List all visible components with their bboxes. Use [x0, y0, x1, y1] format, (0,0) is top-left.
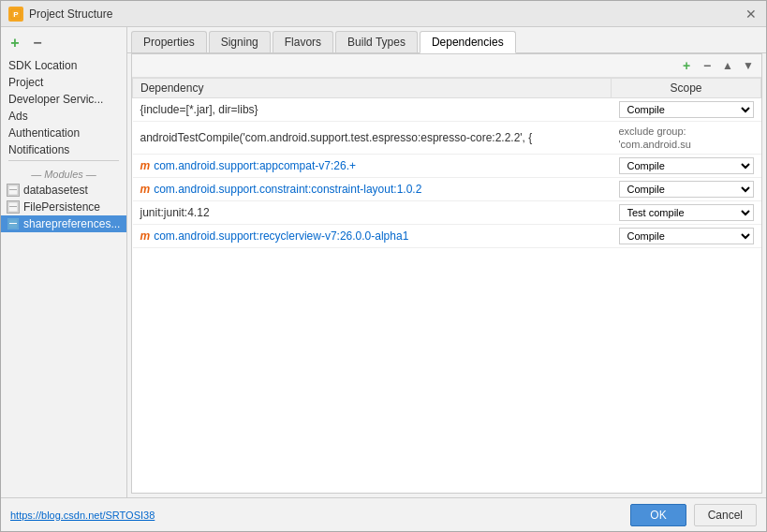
dep-text-row3: com.android.support:appcompat-v7:26.+: [154, 159, 356, 172]
sidebar-toolbar: + −: [1, 33, 126, 57]
table-row: m com.android.support.constraint:constra…: [133, 178, 761, 201]
sidebar: + − SDK Location Project Developer Servi…: [1, 27, 127, 497]
sidebar-item-ads[interactable]: Ads: [1, 108, 126, 125]
modules-section-label: — Modules —: [1, 163, 126, 182]
dep-scope-cell-row2: exclude group: 'com.android.su: [612, 122, 761, 155]
bottom-bar: https://blog.csdn.net/SRTOSI38 OK Cancel: [1, 497, 766, 531]
table-row: {include=[*.jar], dir=libs} Compile Test…: [133, 98, 761, 122]
sidebar-item-sdk-location[interactable]: SDK Location: [1, 57, 126, 74]
svg-rect-7: [9, 223, 17, 224]
tab-signing[interactable]: Signing: [209, 31, 271, 52]
scope-cell-row3: Compile Test compile Provided: [619, 157, 754, 174]
dep-scope-cell-row3: Compile Test compile Provided: [612, 155, 761, 178]
dep-text-row6: com.android.support:recyclerview-v7:26.0…: [154, 229, 408, 243]
module-label-sharepreferences: sharepreferences...: [23, 217, 120, 230]
tabs-bar: Properties Signing Flavors Build Types D…: [127, 27, 766, 53]
window-icon: P: [8, 7, 23, 22]
ok-button[interactable]: OK: [630, 504, 686, 526]
dep-name-cell-row2: androidTestCompile('com.android.support.…: [133, 122, 612, 155]
dep-scope-cell-row4: Compile Test compile Provided: [612, 178, 761, 201]
dep-name-cell-row3: m com.android.support:appcompat-v7:26.+: [133, 155, 612, 178]
main-panel: Properties Signing Flavors Build Types D…: [127, 27, 766, 497]
svg-text:P: P: [13, 10, 19, 19]
tab-dependencies[interactable]: Dependencies: [420, 31, 516, 53]
table-row: androidTestCompile('com.android.support.…: [133, 122, 761, 155]
module-m-icon-row6: m: [140, 229, 151, 243]
dependencies-panel: + − ▲ ▼ Dependency Scope: [131, 53, 762, 494]
dependencies-table-container: Dependency Scope {include=[*.jar], dir=l…: [132, 78, 761, 493]
title-bar: P Project Structure ✕: [1, 1, 766, 27]
dep-scope-cell-row1: Compile Test compile Provided: [612, 98, 761, 122]
tab-properties[interactable]: Properties: [131, 31, 207, 52]
close-button[interactable]: ✕: [744, 7, 759, 22]
content-area: + − SDK Location Project Developer Servi…: [1, 27, 766, 497]
tab-build-types[interactable]: Build Types: [335, 31, 418, 52]
sidebar-module-filepersistence[interactable]: FilePersistence: [1, 199, 126, 215]
dep-move-up-button[interactable]: ▲: [718, 56, 737, 75]
excluded-text-row2: exclude group: 'com.android.su: [619, 126, 691, 150]
dep-add-button[interactable]: +: [677, 56, 696, 75]
module-m-icon-row4: m: [140, 183, 151, 196]
scope-cell-row6: Compile Test compile Provided: [619, 228, 754, 244]
scope-cell-row5: Test compile Compile Provided: [619, 204, 754, 221]
scope-cell-row1: Compile Test compile Provided: [619, 101, 754, 118]
dep-scope-cell-row5: Test compile Compile Provided: [612, 201, 761, 225]
sidebar-item-notifications[interactable]: Notifications: [1, 141, 126, 158]
bottom-buttons: OK Cancel: [630, 504, 757, 526]
scope-select-row3[interactable]: Compile Test compile Provided: [619, 157, 754, 174]
scope-select-row4[interactable]: Compile Test compile Provided: [619, 181, 754, 198]
sidebar-item-authentication[interactable]: Authentication: [1, 125, 126, 141]
dep-text-row1: {include=[*.jar], dir=libs}: [140, 103, 258, 116]
dep-name-cell: {include=[*.jar], dir=libs}: [133, 98, 612, 122]
bottom-link[interactable]: https://blog.csdn.net/SRTOSI38: [10, 510, 155, 521]
dep-text-row4: com.android.support.constraint:constrain…: [154, 183, 421, 196]
title-bar-left: P Project Structure: [8, 7, 112, 22]
cancel-button[interactable]: Cancel: [694, 504, 757, 526]
module-icon-sharepreferences: [7, 217, 20, 230]
dependencies-table: Dependency Scope {include=[*.jar], dir=l…: [132, 78, 761, 248]
project-structure-window: P Project Structure ✕ + − SDK Location P…: [0, 0, 767, 532]
scope-select-row1[interactable]: Compile Test compile Provided: [619, 101, 754, 118]
table-row: m com.android.support:recyclerview-v7:26…: [133, 225, 761, 248]
svg-rect-3: [9, 189, 17, 190]
module-label-filepersistence: FilePersistence: [23, 200, 100, 214]
dep-name-content-row2: androidTestCompile('com.android.support.…: [140, 131, 604, 144]
sidebar-add-button[interactable]: +: [7, 35, 23, 52]
dep-text-row2: androidTestCompile('com.android.support.…: [140, 131, 533, 144]
sidebar-divider: [8, 160, 119, 161]
dep-name-content-row3: m com.android.support:appcompat-v7:26.+: [140, 159, 604, 172]
dep-name-content-row6: m com.android.support:recyclerview-v7:26…: [140, 229, 604, 243]
dep-name-content: {include=[*.jar], dir=libs}: [140, 103, 604, 116]
dep-name-cell-row5: junit:junit:4.12: [133, 201, 612, 225]
dep-name-content-row4: m com.android.support.constraint:constra…: [140, 183, 604, 196]
col-header-scope: Scope: [612, 79, 761, 98]
sidebar-remove-button[interactable]: −: [29, 35, 46, 52]
dep-toolbar: + − ▲ ▼: [132, 54, 761, 78]
dep-name-cell-row4: m com.android.support.constraint:constra…: [133, 178, 612, 201]
dep-move-down-button[interactable]: ▼: [739, 56, 758, 75]
scope-select-row6[interactable]: Compile Test compile Provided: [619, 228, 754, 244]
tab-flavors[interactable]: Flavors: [273, 31, 333, 52]
dep-remove-button[interactable]: −: [698, 56, 716, 75]
dep-scope-cell-row6: Compile Test compile Provided: [612, 225, 761, 248]
window-title: Project Structure: [29, 7, 112, 21]
svg-rect-5: [9, 206, 17, 207]
module-m-icon-row3: m: [140, 159, 151, 172]
table-row: m com.android.support:appcompat-v7:26.+ …: [133, 155, 761, 178]
module-label-databasetest: databasetest: [23, 184, 88, 197]
table-row: junit:junit:4.12 Test compile Compile Pr…: [133, 201, 761, 225]
scope-select-row5[interactable]: Test compile Compile Provided: [619, 204, 754, 221]
dep-text-row5: junit:junit:4.12: [140, 206, 210, 219]
sidebar-item-project[interactable]: Project: [1, 74, 126, 91]
dep-name-cell-row6: m com.android.support:recyclerview-v7:26…: [133, 225, 612, 248]
module-icon-filepersistence: [7, 200, 20, 214]
sidebar-module-sharepreferences[interactable]: sharepreferences...: [1, 215, 126, 232]
sidebar-module-databasetest[interactable]: databasetest: [1, 182, 126, 199]
col-header-dependency: Dependency: [133, 79, 612, 98]
dep-name-content-row5: junit:junit:4.12: [140, 206, 604, 219]
sidebar-item-developer-services[interactable]: Developer Servic...: [1, 91, 126, 108]
module-icon-databasetest: [7, 184, 20, 197]
scope-cell-row4: Compile Test compile Provided: [619, 181, 754, 198]
